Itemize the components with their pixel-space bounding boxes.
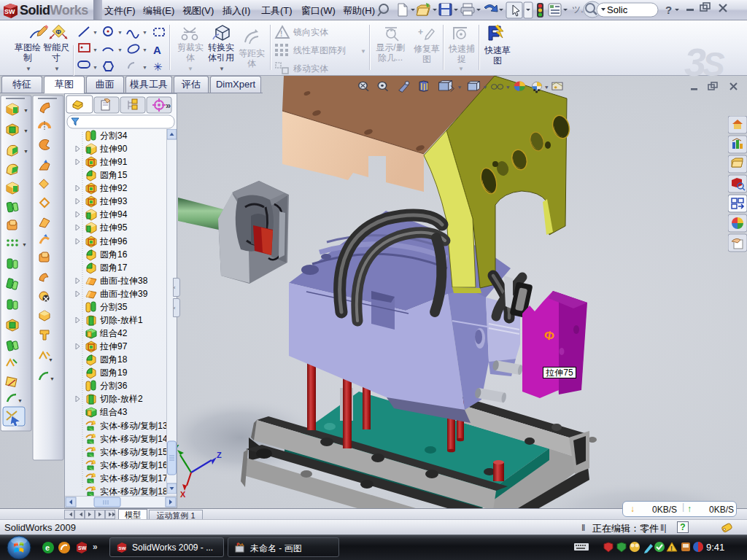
svg-text:SW: SW: [4, 8, 15, 15]
svg-text:▼: ▼: [48, 357, 53, 362]
svg-text:▼: ▼: [505, 85, 510, 90]
svg-text:✳: ✳: [153, 61, 163, 73]
svg-text:▼: ▼: [23, 108, 28, 113]
svg-text:Φ: Φ: [55, 28, 61, 36]
svg-text:▼: ▼: [93, 47, 98, 52]
svg-text:▼: ▼: [93, 30, 98, 35]
svg-text:▼: ▼: [23, 128, 28, 133]
svg-text:Φ: Φ: [543, 328, 556, 343]
svg-text:Z: Z: [217, 451, 222, 459]
svg-text:»: »: [166, 100, 171, 111]
svg-text:»: »: [93, 542, 98, 552]
svg-text:▼: ▼: [93, 65, 98, 70]
svg-text:▼: ▼: [117, 47, 123, 52]
svg-text:▼: ▼: [142, 30, 147, 35]
svg-text:!: !: [280, 30, 282, 38]
svg-text:!: !: [670, 545, 673, 552]
svg-text:SW: SW: [119, 545, 126, 551]
svg-text:▼: ▼: [117, 30, 123, 35]
svg-text:SW: SW: [78, 545, 87, 551]
svg-text:▼: ▼: [22, 242, 27, 247]
svg-text:▼: ▼: [18, 398, 23, 403]
svg-text:▼: ▼: [50, 376, 55, 381]
svg-text:▼: ▼: [142, 65, 147, 70]
svg-text:▼: ▼: [142, 47, 147, 52]
svg-text:▼: ▼: [482, 85, 487, 90]
svg-text:?: ?: [665, 4, 672, 16]
svg-text:▼: ▼: [457, 85, 462, 90]
svg-text:+: +: [418, 27, 423, 37]
svg-text:▼: ▼: [543, 85, 549, 90]
svg-text:Solic: Solic: [607, 4, 628, 15]
svg-text:e: e: [45, 543, 50, 552]
svg-text:X: X: [180, 490, 186, 499]
svg-text:▼: ▼: [23, 149, 28, 154]
svg-text:A: A: [153, 44, 161, 56]
